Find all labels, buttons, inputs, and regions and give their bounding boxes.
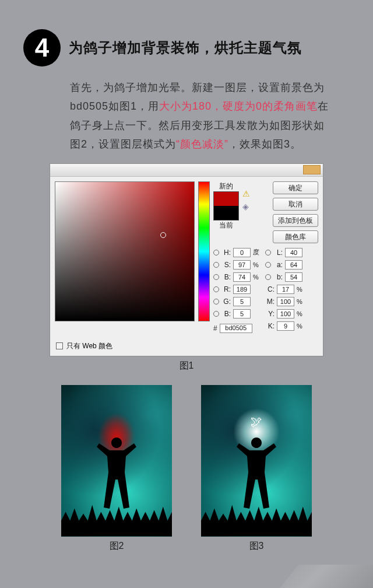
radio-bv[interactable]	[213, 274, 219, 280]
input-g[interactable]: 5	[233, 297, 251, 306]
unit-bv: %	[253, 274, 259, 281]
radio-bb[interactable]	[213, 311, 219, 317]
radio-b2[interactable]	[265, 274, 271, 280]
label-g: G:	[221, 298, 231, 306]
input-h[interactable]: 0	[233, 248, 251, 257]
highlight-text: “颜色减淡”	[176, 138, 228, 150]
input-a[interactable]: 64	[285, 260, 302, 270]
dove-icon: 🕊	[251, 415, 262, 429]
label-b2: b:	[273, 273, 283, 281]
label-h: H:	[221, 249, 231, 257]
figure2-caption: 图2	[110, 540, 124, 552]
radio-h[interactable]	[213, 250, 219, 256]
unit-m: %	[297, 298, 302, 305]
unit-h: 度	[253, 248, 259, 257]
color-gradient-field[interactable]	[55, 181, 195, 321]
color-picker-dialog: 新的 当前 ◈ 确定 取消 添加到色板 颜色库	[50, 163, 323, 356]
dialog-titlebar	[50, 164, 323, 177]
text: ，效果如图3。	[228, 138, 301, 150]
input-b2[interactable]: 54	[285, 272, 302, 282]
figure-row: 图2 🕊 图3	[0, 385, 373, 552]
figure2-image	[61, 385, 172, 537]
swatch-new-label: 新的	[219, 181, 233, 191]
silhouette-boy	[233, 438, 280, 519]
radio-a[interactable]	[265, 262, 271, 268]
label-s: S:	[221, 261, 231, 269]
input-s[interactable]: 97	[233, 260, 251, 270]
figure3-image: 🕊	[201, 385, 312, 537]
cube-icon[interactable]: ◈	[242, 202, 252, 211]
highlight-text: 大小为180，硬度为0的柔角画笔	[159, 100, 318, 112]
footer-decoration	[280, 565, 373, 588]
label-c: C:	[265, 285, 275, 293]
input-m[interactable]: 100	[277, 297, 294, 306]
figure3-caption: 图3	[249, 540, 264, 552]
input-bb[interactable]: 5	[233, 309, 251, 318]
color-marker[interactable]	[160, 232, 166, 238]
hue-slider[interactable]	[198, 181, 210, 321]
input-r[interactable]: 189	[233, 285, 251, 294]
input-bv[interactable]: 74	[233, 272, 251, 282]
input-l[interactable]: 40	[285, 248, 302, 257]
step-header: 4 为鸽子增加背景装饰，烘托主题气氛	[0, 0, 373, 78]
help-button[interactable]	[303, 165, 321, 174]
label-bv: B:	[221, 273, 231, 281]
color-swatch	[213, 191, 239, 220]
label-a: a:	[273, 261, 283, 269]
ok-button[interactable]: 确定	[273, 181, 318, 194]
hex-label: #	[213, 324, 217, 332]
radio-s[interactable]	[213, 262, 219, 268]
label-bb: B:	[221, 310, 231, 318]
silhouette-boy	[93, 438, 140, 519]
step-title: 为鸽子增加背景装饰，烘托主题气氛	[69, 38, 302, 57]
radio-r[interactable]	[213, 286, 219, 292]
label-m: M:	[265, 298, 275, 306]
unit-y: %	[297, 310, 302, 317]
add-swatch-button[interactable]: 添加到色板	[273, 214, 318, 227]
label-y: Y:	[265, 310, 275, 318]
figure1-caption: 图1	[0, 360, 373, 372]
color-library-button[interactable]: 颜色库	[273, 230, 318, 243]
input-hex[interactable]: bd0505	[220, 324, 252, 333]
web-colors-checkbox[interactable]	[56, 342, 63, 349]
label-k: K:	[265, 322, 275, 330]
unit-k: %	[297, 323, 302, 330]
swatch-current-label: 当前	[219, 220, 233, 230]
unit-s: %	[253, 261, 259, 268]
radio-g[interactable]	[213, 299, 219, 304]
gamut-warning-icon[interactable]	[242, 190, 252, 198]
instruction-paragraph: 首先，为鸽子增加光晕。新建一图层，设置前景色为bd0505如图1，用大小为180…	[0, 78, 373, 154]
input-y[interactable]: 100	[277, 309, 294, 318]
input-k[interactable]: 9	[277, 321, 294, 331]
label-r: R:	[221, 285, 231, 293]
unit-c: %	[297, 286, 302, 293]
swatch-current-color	[214, 206, 238, 220]
web-colors-label: 只有 Web 颜色	[66, 341, 112, 351]
step-number-badge: 4	[23, 29, 61, 66]
label-l: L:	[273, 249, 283, 257]
input-c[interactable]: 17	[277, 285, 294, 294]
swatch-new-color	[214, 192, 238, 206]
cancel-button[interactable]: 取消	[273, 198, 318, 211]
radio-l[interactable]	[265, 250, 271, 256]
